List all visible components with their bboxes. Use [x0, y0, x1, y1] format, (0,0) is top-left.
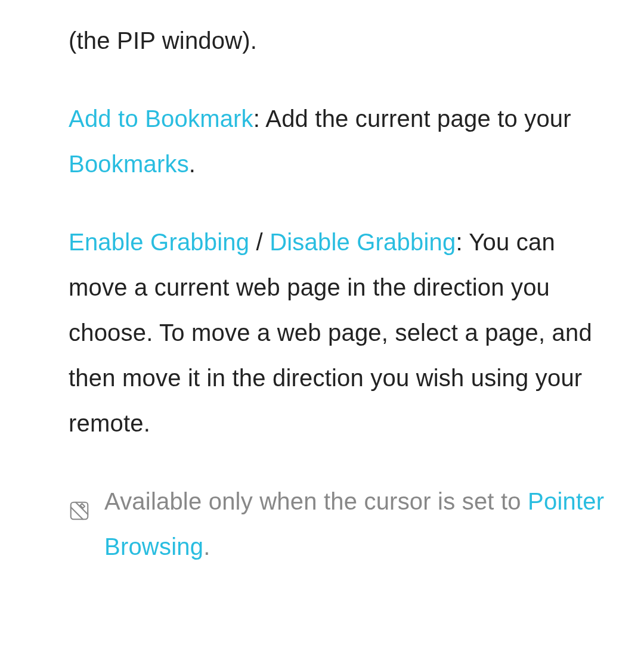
text-frag: : Add the current page to your [253, 105, 571, 132]
link-add-to-bookmark[interactable]: Add to Bookmark [69, 105, 253, 132]
text-grabbing-desc: : You can move a current web page in the… [69, 229, 592, 436]
svg-rect-0 [71, 502, 88, 520]
paragraph-grabbing: Enable Grabbing / Disable Grabbing: You … [69, 219, 614, 446]
svg-line-2 [71, 507, 83, 519]
note-frag2: . [203, 533, 210, 560]
note-frag1: Available only when the cursor is set to [104, 488, 528, 514]
note-text: Available only when the cursor is set to… [104, 479, 614, 569]
note-icon [69, 491, 90, 512]
link-enable-grabbing[interactable]: Enable Grabbing [69, 229, 249, 255]
text-sep: / [249, 229, 270, 255]
paragraph-pip-window: (the PIP window). [69, 18, 614, 63]
text-pip-window: (the PIP window). [69, 27, 257, 54]
text-period: . [189, 151, 196, 177]
link-bookmarks[interactable]: Bookmarks [69, 151, 189, 177]
link-disable-grabbing[interactable]: Disable Grabbing [270, 229, 456, 255]
note-block: Available only when the cursor is set to… [69, 479, 614, 569]
paragraph-add-bookmark: Add to Bookmark: Add the current page to… [69, 96, 614, 187]
